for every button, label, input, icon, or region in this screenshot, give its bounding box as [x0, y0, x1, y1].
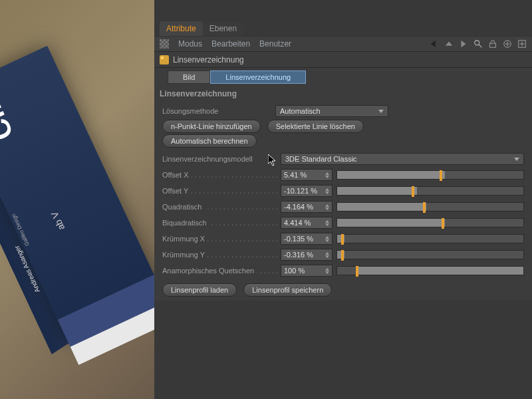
- menu-benutzer[interactable]: Benutzer: [259, 39, 291, 49]
- dropdown-model-value: 3DE Standard Classic: [285, 155, 357, 163]
- nav-up-icon[interactable]: [444, 39, 454, 49]
- label-quadratisch: Quadratisch: [162, 203, 204, 211]
- object-name: Linsenverzeichnung: [173, 55, 244, 65]
- attribute-toolbar: Modus Bearbeiten Benutzer: [154, 36, 532, 52]
- attribute-manager: Attribute Ebenen Modus Bearbeiten Benutz…: [154, 0, 532, 399]
- slider-kruemmung-y[interactable]: [336, 250, 524, 259]
- slider-kruemmung-x[interactable]: [336, 234, 524, 243]
- label-squeeze: Anamorphisches Quetschen: [162, 267, 257, 275]
- field-biquadratisch[interactable]: 4.414 %: [281, 217, 332, 229]
- svg-marker-2: [462, 41, 466, 48]
- book: Cinema ab V Andreas Asanger Galileo Desi…: [0, 17, 154, 399]
- label-kruemmung-x: Krümmung X: [162, 235, 207, 243]
- label-model: Linsenverzeichnungsmodell: [162, 155, 255, 163]
- new-icon[interactable]: [503, 39, 512, 49]
- params-panel: Lösungsmethode Automatisch n-Punkt-Linie…: [154, 101, 532, 301]
- slider-offset-y[interactable]: [336, 186, 524, 196]
- label-kruemmung-y: Krümmung Y: [162, 251, 207, 259]
- label-offset-x: Offset X: [162, 171, 192, 179]
- menu-bearbeiten[interactable]: Bearbeiten: [211, 39, 250, 49]
- add-npoint-line-button[interactable]: n-Punkt-Linie hinzufügen: [162, 120, 261, 133]
- dropdown-method[interactable]: Automatisch: [275, 105, 388, 117]
- save-lens-profile-button[interactable]: Linsenprofil speichern: [243, 283, 332, 297]
- chevron-down-icon: [378, 110, 384, 113]
- auto-calculate-button[interactable]: Automatisch berechnen: [162, 134, 257, 148]
- dropdown-model[interactable]: 3DE Standard Classic: [281, 153, 524, 165]
- group-title: Linsenverzeichnung: [154, 86, 532, 101]
- tab-attribute[interactable]: Attribute: [160, 21, 203, 36]
- search-icon[interactable]: [473, 39, 483, 49]
- object-header: Linsenverzeichnung: [154, 52, 532, 68]
- nav-back-icon[interactable]: [430, 39, 439, 49]
- add-icon[interactable]: [517, 39, 527, 49]
- svg-line-4: [479, 45, 481, 47]
- subtab-bild[interactable]: Bild: [168, 70, 210, 84]
- field-quadratisch[interactable]: -4.164 %: [281, 201, 332, 213]
- lens-distortion-icon: [160, 55, 169, 65]
- subtab-linsenverzeichnung[interactable]: Linsenverzeichnung: [210, 70, 306, 84]
- object-subtabs: Bild Linsenverzeichnung: [154, 68, 532, 86]
- manager-tabs: Attribute Ebenen: [154, 0, 532, 36]
- label-biquadratisch: Biquadratisch: [162, 219, 209, 227]
- slider-quadratisch[interactable]: [336, 202, 524, 211]
- delete-selected-line-button[interactable]: Selektierte Linie löschen: [267, 120, 364, 133]
- label-method: Lösungsmethode: [162, 107, 221, 115]
- viewport-pane: Cinema ab V Andreas Asanger Galileo Desi…: [0, 0, 154, 399]
- dropdown-method-value: Automatisch: [280, 107, 321, 115]
- svg-rect-5: [490, 43, 496, 47]
- checker-icon[interactable]: [160, 39, 169, 49]
- field-kruemmung-x[interactable]: -0.135 %: [281, 233, 332, 245]
- slider-squeeze[interactable]: [336, 266, 524, 275]
- menu-modus[interactable]: Modus: [178, 39, 202, 49]
- slider-offset-x[interactable]: [336, 170, 524, 180]
- chevron-down-icon: [514, 158, 519, 161]
- svg-marker-0: [431, 41, 436, 48]
- label-offset-y: Offset Y: [162, 187, 191, 195]
- nav-fwd-icon[interactable]: [459, 39, 468, 49]
- field-offset-y[interactable]: -10.121 %: [281, 185, 332, 197]
- tab-ebenen[interactable]: Ebenen: [203, 21, 243, 36]
- field-offset-x[interactable]: 5.41 %: [281, 169, 332, 181]
- svg-point-3: [475, 41, 479, 45]
- load-lens-profile-button[interactable]: Linsenprofil laden: [162, 283, 237, 297]
- field-kruemmung-y[interactable]: -0.316 %: [281, 249, 332, 261]
- svg-marker-1: [446, 42, 453, 46]
- slider-biquadratisch[interactable]: [336, 218, 524, 227]
- field-squeeze[interactable]: 100 %: [281, 265, 332, 277]
- lock-icon[interactable]: [488, 39, 497, 49]
